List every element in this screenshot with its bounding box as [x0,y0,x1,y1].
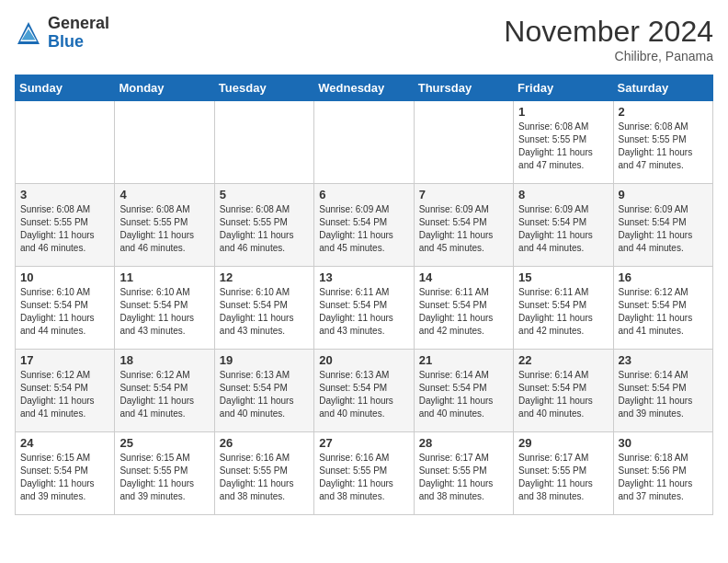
calendar-cell: 19Sunrise: 6:13 AM Sunset: 5:54 PM Dayli… [214,350,313,432]
week-row-1: 1Sunrise: 6:08 AM Sunset: 5:55 PM Daylig… [16,101,713,184]
calendar-cell [16,101,115,184]
location-subtitle: Chilibre, Panama [504,49,713,63]
day-number: 11 [119,270,209,284]
calendar-body: 1Sunrise: 6:08 AM Sunset: 5:55 PM Daylig… [16,101,713,515]
day-number: 27 [319,436,408,450]
week-row-3: 10Sunrise: 6:10 AM Sunset: 5:54 PM Dayli… [16,267,713,350]
day-number: 4 [119,188,209,201]
calendar-cell: 11Sunrise: 6:10 AM Sunset: 5:54 PM Dayli… [115,267,214,350]
day-info: Sunrise: 6:08 AM Sunset: 5:55 PM Dayligh… [119,203,209,255]
day-info: Sunrise: 6:08 AM Sunset: 5:55 PM Dayligh… [619,121,708,172]
day-info: Sunrise: 6:18 AM Sunset: 5:56 PM Dayligh… [619,452,708,503]
day-info: Sunrise: 6:14 AM Sunset: 5:54 PM Dayligh… [518,369,608,420]
weekday-header-friday: Friday [514,75,613,101]
weekday-header-row: SundayMondayTuesdayWednesdayThursdayFrid… [16,75,713,101]
calendar-cell [214,101,313,184]
day-info: Sunrise: 6:08 AM Sunset: 5:55 PM Dayligh… [20,203,109,255]
week-row-4: 17Sunrise: 6:12 AM Sunset: 5:54 PM Dayli… [16,350,713,432]
day-number: 21 [419,353,508,367]
calendar-cell: 2Sunrise: 6:08 AM Sunset: 5:55 PM Daylig… [613,101,712,184]
calendar-cell: 14Sunrise: 6:11 AM Sunset: 5:54 PM Dayli… [414,267,513,350]
day-info: Sunrise: 6:11 AM Sunset: 5:54 PM Dayligh… [419,286,508,338]
day-info: Sunrise: 6:09 AM Sunset: 5:54 PM Dayligh… [518,203,608,255]
logo-line1: General [48,15,109,33]
month-title: November 2024 [504,15,713,49]
weekday-header-saturday: Saturday [613,75,712,101]
calendar-cell [414,101,513,184]
page-header: General Blue November 2024 Chilibre, Pan… [15,15,713,63]
calendar-cell: 9Sunrise: 6:09 AM Sunset: 5:54 PM Daylig… [613,184,712,267]
calendar-cell: 8Sunrise: 6:09 AM Sunset: 5:54 PM Daylig… [514,184,613,267]
day-number: 13 [319,270,408,284]
day-info: Sunrise: 6:08 AM Sunset: 5:55 PM Dayligh… [518,121,608,172]
day-info: Sunrise: 6:13 AM Sunset: 5:54 PM Dayligh… [319,369,408,420]
day-info: Sunrise: 6:16 AM Sunset: 5:55 PM Dayligh… [220,452,309,503]
day-info: Sunrise: 6:09 AM Sunset: 5:54 PM Dayligh… [619,203,708,255]
day-number: 30 [619,436,708,450]
day-number: 26 [220,436,309,450]
weekday-header-wednesday: Wednesday [314,75,414,101]
day-number: 6 [319,188,408,201]
day-number: 12 [220,270,309,284]
day-number: 3 [20,188,109,201]
calendar-cell: 5Sunrise: 6:08 AM Sunset: 5:55 PM Daylig… [214,184,313,267]
day-number: 24 [20,436,109,450]
day-info: Sunrise: 6:12 AM Sunset: 5:54 PM Dayligh… [20,369,109,420]
logo: General Blue [15,15,109,52]
weekday-header-sunday: Sunday [16,75,115,101]
day-number: 1 [518,105,608,119]
calendar-cell [115,101,214,184]
day-number: 25 [119,436,209,450]
day-number: 14 [419,270,508,284]
calendar-cell: 24Sunrise: 6:15 AM Sunset: 5:54 PM Dayli… [16,432,115,515]
title-block: November 2024 Chilibre, Panama [504,15,713,63]
weekday-header-tuesday: Tuesday [214,75,313,101]
day-info: Sunrise: 6:14 AM Sunset: 5:54 PM Dayligh… [419,369,508,420]
calendar-cell: 30Sunrise: 6:18 AM Sunset: 5:56 PM Dayli… [613,432,712,515]
day-info: Sunrise: 6:17 AM Sunset: 5:55 PM Dayligh… [518,452,608,503]
calendar-cell: 21Sunrise: 6:14 AM Sunset: 5:54 PM Dayli… [414,350,513,432]
calendar-cell: 13Sunrise: 6:11 AM Sunset: 5:54 PM Dayli… [314,267,414,350]
calendar-cell [314,101,414,184]
day-info: Sunrise: 6:17 AM Sunset: 5:55 PM Dayligh… [419,452,508,503]
calendar-cell: 17Sunrise: 6:12 AM Sunset: 5:54 PM Dayli… [16,350,115,432]
calendar-cell: 6Sunrise: 6:09 AM Sunset: 5:54 PM Daylig… [314,184,414,267]
logo-line2: Blue [48,33,109,52]
day-info: Sunrise: 6:10 AM Sunset: 5:54 PM Dayligh… [220,286,309,338]
day-info: Sunrise: 6:09 AM Sunset: 5:54 PM Dayligh… [319,203,408,255]
day-info: Sunrise: 6:12 AM Sunset: 5:54 PM Dayligh… [119,369,209,420]
calendar-cell: 26Sunrise: 6:16 AM Sunset: 5:55 PM Dayli… [214,432,313,515]
day-number: 19 [220,353,309,367]
calendar-cell: 7Sunrise: 6:09 AM Sunset: 5:54 PM Daylig… [414,184,513,267]
calendar-cell: 3Sunrise: 6:08 AM Sunset: 5:55 PM Daylig… [16,184,115,267]
calendar-header: SundayMondayTuesdayWednesdayThursdayFrid… [16,75,713,101]
day-info: Sunrise: 6:10 AM Sunset: 5:54 PM Dayligh… [20,286,109,338]
day-number: 15 [518,270,608,284]
calendar-cell: 18Sunrise: 6:12 AM Sunset: 5:54 PM Dayli… [115,350,214,432]
calendar-cell: 29Sunrise: 6:17 AM Sunset: 5:55 PM Dayli… [514,432,613,515]
day-info: Sunrise: 6:08 AM Sunset: 5:55 PM Dayligh… [220,203,309,255]
calendar-cell: 27Sunrise: 6:16 AM Sunset: 5:55 PM Dayli… [314,432,414,515]
day-info: Sunrise: 6:14 AM Sunset: 5:54 PM Dayligh… [619,369,708,420]
day-number: 29 [518,436,608,450]
calendar-cell: 28Sunrise: 6:17 AM Sunset: 5:55 PM Dayli… [414,432,513,515]
day-info: Sunrise: 6:11 AM Sunset: 5:54 PM Dayligh… [518,286,608,338]
day-number: 28 [419,436,508,450]
logo-icon [15,19,42,47]
calendar-cell: 20Sunrise: 6:13 AM Sunset: 5:54 PM Dayli… [314,350,414,432]
weekday-header-monday: Monday [115,75,214,101]
day-info: Sunrise: 6:09 AM Sunset: 5:54 PM Dayligh… [419,203,508,255]
calendar-cell: 12Sunrise: 6:10 AM Sunset: 5:54 PM Dayli… [214,267,313,350]
day-number: 16 [619,270,708,284]
day-info: Sunrise: 6:15 AM Sunset: 5:55 PM Dayligh… [119,452,209,503]
calendar-cell: 1Sunrise: 6:08 AM Sunset: 5:55 PM Daylig… [514,101,613,184]
day-info: Sunrise: 6:13 AM Sunset: 5:54 PM Dayligh… [220,369,309,420]
calendar-cell: 15Sunrise: 6:11 AM Sunset: 5:54 PM Dayli… [514,267,613,350]
week-row-5: 24Sunrise: 6:15 AM Sunset: 5:54 PM Dayli… [16,432,713,515]
day-number: 10 [20,270,109,284]
day-number: 9 [619,188,708,201]
day-number: 20 [319,353,408,367]
day-info: Sunrise: 6:10 AM Sunset: 5:54 PM Dayligh… [119,286,209,338]
calendar-cell: 23Sunrise: 6:14 AM Sunset: 5:54 PM Dayli… [613,350,712,432]
calendar-cell: 22Sunrise: 6:14 AM Sunset: 5:54 PM Dayli… [514,350,613,432]
